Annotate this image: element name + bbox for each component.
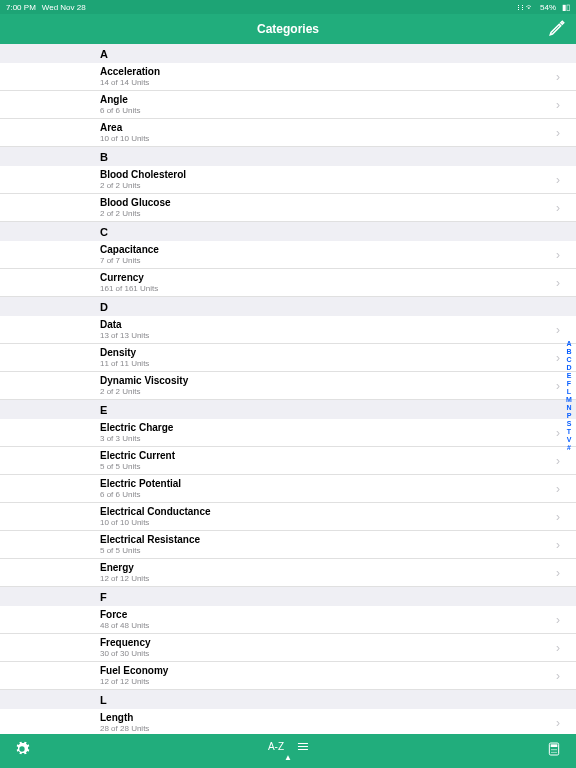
- row-title: Angle: [100, 94, 556, 105]
- category-row[interactable]: Density11 of 11 Units›: [0, 344, 576, 372]
- row-subtitle: 10 of 10 Units: [100, 134, 556, 143]
- row-subtitle: 2 of 2 Units: [100, 387, 556, 396]
- category-row[interactable]: Capacitance7 of 7 Units›: [0, 241, 576, 269]
- row-subtitle: 48 of 48 Units: [100, 621, 556, 630]
- row-subtitle: 28 of 28 Units: [100, 724, 556, 733]
- section-header: D: [0, 297, 576, 316]
- category-row[interactable]: Blood Cholesterol2 of 2 Units›: [0, 166, 576, 194]
- index-letter[interactable]: C: [564, 356, 574, 363]
- row-title: Dynamic Viscosity: [100, 375, 556, 386]
- section-header: A: [0, 44, 576, 63]
- row-title: Density: [100, 347, 556, 358]
- categories-list[interactable]: AAcceleration14 of 14 Units›Angle6 of 6 …: [0, 44, 576, 734]
- category-row[interactable]: Currency161 of 161 Units›: [0, 269, 576, 297]
- category-row[interactable]: Frequency30 of 30 Units›: [0, 634, 576, 662]
- index-letter[interactable]: B: [564, 348, 574, 355]
- category-row[interactable]: Electrical Resistance5 of 5 Units›: [0, 531, 576, 559]
- row-title: Data: [100, 319, 556, 330]
- row-subtitle: 11 of 11 Units: [100, 359, 556, 368]
- chevron-right-icon: ›: [556, 379, 560, 393]
- alphabet-index[interactable]: ABCDEFLMNPSTV#: [564, 340, 574, 451]
- category-row[interactable]: Acceleration14 of 14 Units›: [0, 63, 576, 91]
- category-row[interactable]: Data13 of 13 Units›: [0, 316, 576, 344]
- index-letter[interactable]: F: [564, 380, 574, 387]
- row-subtitle: 5 of 5 Units: [100, 462, 556, 471]
- row-subtitle: 2 of 2 Units: [100, 209, 556, 218]
- chevron-right-icon: ›: [556, 613, 560, 627]
- index-letter[interactable]: E: [564, 372, 574, 379]
- category-row[interactable]: Electric Charge3 of 3 Units›: [0, 419, 576, 447]
- row-subtitle: 6 of 6 Units: [100, 106, 556, 115]
- category-row[interactable]: Electric Potential6 of 6 Units›: [0, 475, 576, 503]
- svg-point-4: [555, 749, 556, 750]
- chevron-right-icon: ›: [556, 454, 560, 468]
- row-subtitle: 3 of 3 Units: [100, 434, 556, 443]
- chevron-right-icon: ›: [556, 482, 560, 496]
- chevron-right-icon: ›: [556, 276, 560, 290]
- category-row[interactable]: Electric Current5 of 5 Units›: [0, 447, 576, 475]
- chevron-right-icon: ›: [556, 669, 560, 683]
- category-row[interactable]: Blood Glucose2 of 2 Units›: [0, 194, 576, 222]
- wifi-icon: ⋮⋮ ᯤ: [516, 3, 534, 12]
- row-subtitle: 13 of 13 Units: [100, 331, 556, 340]
- settings-button[interactable]: [14, 741, 30, 761]
- row-title: Capacitance: [100, 244, 556, 255]
- category-row[interactable]: Angle6 of 6 Units›: [0, 91, 576, 119]
- battery-icon: ▮▯: [562, 3, 570, 12]
- chevron-right-icon: ›: [556, 201, 560, 215]
- chevron-right-icon: ›: [556, 126, 560, 140]
- index-letter[interactable]: #: [564, 444, 574, 451]
- svg-point-7: [555, 752, 556, 753]
- section-header: F: [0, 587, 576, 606]
- chevron-right-icon: ›: [556, 323, 560, 337]
- index-letter[interactable]: M: [564, 396, 574, 403]
- section-header: L: [0, 690, 576, 709]
- section-header: E: [0, 400, 576, 419]
- chevron-right-icon: ›: [556, 538, 560, 552]
- sort-toggle[interactable]: A-Z ▲: [268, 741, 308, 762]
- svg-point-6: [553, 752, 554, 753]
- row-title: Blood Cholesterol: [100, 169, 556, 180]
- category-row[interactable]: Force48 of 48 Units›: [0, 606, 576, 634]
- status-time: 7:00 PM: [6, 3, 36, 12]
- category-row[interactable]: Fuel Economy12 of 12 Units›: [0, 662, 576, 690]
- calculator-button[interactable]: [546, 741, 562, 761]
- row-title: Frequency: [100, 637, 556, 648]
- row-subtitle: 5 of 5 Units: [100, 546, 556, 555]
- row-subtitle: 12 of 12 Units: [100, 677, 556, 686]
- category-row[interactable]: Electrical Conductance10 of 10 Units›: [0, 503, 576, 531]
- category-row[interactable]: Energy12 of 12 Units›: [0, 559, 576, 587]
- index-letter[interactable]: T: [564, 428, 574, 435]
- index-letter[interactable]: L: [564, 388, 574, 395]
- row-subtitle: 14 of 14 Units: [100, 78, 556, 87]
- row-subtitle: 7 of 7 Units: [100, 256, 556, 265]
- category-row[interactable]: Dynamic Viscosity2 of 2 Units›: [0, 372, 576, 400]
- row-title: Area: [100, 122, 556, 133]
- row-subtitle: 12 of 12 Units: [100, 574, 556, 583]
- row-title: Electrical Conductance: [100, 506, 556, 517]
- chevron-right-icon: ›: [556, 641, 560, 655]
- tab-bar: A-Z ▲: [0, 734, 576, 768]
- row-title: Electric Current: [100, 450, 556, 461]
- category-row[interactable]: Area10 of 10 Units›: [0, 119, 576, 147]
- index-letter[interactable]: A: [564, 340, 574, 347]
- status-bar: 7:00 PM Wed Nov 28 ⋮⋮ ᯤ 54% ▮▯: [0, 0, 576, 14]
- svg-point-3: [553, 749, 554, 750]
- index-letter[interactable]: S: [564, 420, 574, 427]
- chevron-right-icon: ›: [556, 716, 560, 730]
- row-subtitle: 30 of 30 Units: [100, 649, 556, 658]
- chevron-right-icon: ›: [556, 248, 560, 262]
- row-title: Force: [100, 609, 556, 620]
- edit-button[interactable]: [548, 19, 566, 41]
- row-subtitle: 2 of 2 Units: [100, 181, 556, 190]
- chevron-right-icon: ›: [556, 98, 560, 112]
- row-title: Length: [100, 712, 556, 723]
- page-title: Categories: [257, 22, 319, 36]
- category-row[interactable]: Length28 of 28 Units›: [0, 709, 576, 734]
- index-letter[interactable]: N: [564, 404, 574, 411]
- index-letter[interactable]: P: [564, 412, 574, 419]
- caret-up-icon: ▲: [284, 753, 292, 762]
- svg-point-2: [551, 749, 552, 750]
- index-letter[interactable]: V: [564, 436, 574, 443]
- index-letter[interactable]: D: [564, 364, 574, 371]
